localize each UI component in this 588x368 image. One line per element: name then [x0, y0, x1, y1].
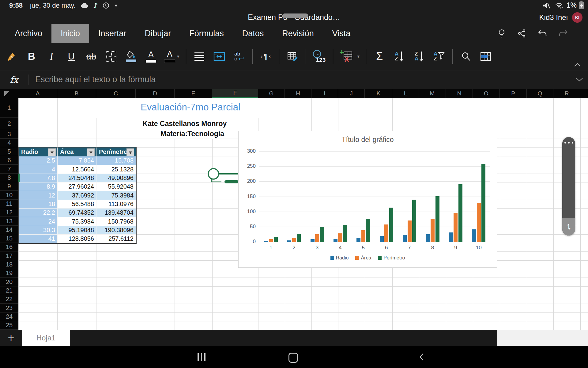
- add-sheet-button[interactable]: +: [0, 330, 22, 346]
- column-header-G[interactable]: G: [258, 89, 285, 98]
- row-header-11[interactable]: 11: [0, 200, 18, 208]
- column-header-M[interactable]: M: [419, 89, 446, 98]
- row-header-9[interactable]: 9: [0, 182, 18, 191]
- table-cell[interactable]: 55.92048: [96, 182, 136, 191]
- format-as-table-icon[interactable]: [286, 43, 299, 70]
- fill-color-button[interactable]: [124, 43, 138, 70]
- sort-descending-icon[interactable]: ZA: [413, 43, 426, 70]
- autosum-button[interactable]: Σ: [373, 43, 386, 70]
- table-cell[interactable]: 24: [19, 217, 58, 226]
- sort-ascending-icon[interactable]: AZ: [393, 43, 406, 70]
- cell-text-author[interactable]: Kate Castellanos Monroy: [136, 120, 234, 128]
- column-header-H[interactable]: H: [285, 89, 311, 98]
- strikethrough-button[interactable]: ab: [85, 43, 98, 70]
- avatar[interactable]: KI: [572, 12, 582, 23]
- column-header-B[interactable]: B: [57, 89, 96, 98]
- table-cell[interactable]: 150.7968: [96, 217, 136, 226]
- font-color-button[interactable]: A: [144, 43, 158, 70]
- table-header-perímetro[interactable]: Perímetro: [96, 148, 136, 156]
- bold-button[interactable]: B: [25, 43, 38, 70]
- font-color-dropdown[interactable]: A ▾: [164, 43, 179, 70]
- row-header-6[interactable]: 6: [0, 156, 18, 165]
- table-cell[interactable]: 22.2: [19, 209, 58, 217]
- column-header-P[interactable]: P: [500, 89, 527, 98]
- row-header-14[interactable]: 14: [0, 226, 18, 234]
- select-all-corner[interactable]: [0, 89, 18, 98]
- table-cell[interactable]: 2.5: [19, 156, 58, 165]
- table-cell[interactable]: 257.6112: [96, 235, 136, 243]
- table-header-radio[interactable]: Radio: [19, 148, 58, 156]
- column-header-K[interactable]: K: [365, 89, 392, 98]
- table-cell[interactable]: 27.96024: [58, 182, 96, 191]
- tab-dibujar[interactable]: Dibujar: [136, 24, 180, 43]
- filter-icon[interactable]: AZ: [432, 43, 446, 70]
- filter-dropdown-button[interactable]: [87, 148, 95, 156]
- tab-insertar[interactable]: Insertar: [89, 24, 136, 43]
- table-cell[interactable]: 75.3984: [58, 217, 96, 226]
- back-button-icon[interactable]: [420, 353, 424, 361]
- row-header-4[interactable]: 4: [0, 139, 18, 147]
- column-header-L[interactable]: L: [392, 89, 419, 98]
- recents-button-icon[interactable]: [198, 353, 205, 361]
- table-cell[interactable]: 139.48704: [96, 209, 136, 217]
- row-header-25[interactable]: 25: [0, 321, 18, 330]
- table-cell[interactable]: 30.3: [19, 226, 58, 235]
- column-header-E[interactable]: E: [175, 89, 212, 98]
- filter-dropdown-button[interactable]: [126, 148, 134, 156]
- table-cell[interactable]: 7.854: [58, 156, 96, 165]
- table-cell[interactable]: 56.5488: [58, 200, 96, 209]
- tab-inicio[interactable]: Inicio: [51, 24, 89, 43]
- tab-revision[interactable]: Revisión: [273, 24, 323, 43]
- home-button-icon[interactable]: [288, 353, 298, 363]
- row-header-5[interactable]: 5: [0, 147, 18, 156]
- tab-archivo[interactable]: Archivo: [6, 24, 51, 43]
- table-cell[interactable]: 24.50448: [58, 174, 96, 182]
- row-header-7[interactable]: 7: [0, 165, 18, 174]
- row-header-8[interactable]: 8: [0, 174, 18, 182]
- table-cell[interactable]: 12: [19, 191, 58, 200]
- column-header-O[interactable]: O: [473, 89, 500, 98]
- row-header-20[interactable]: 20: [0, 278, 18, 286]
- row-header-24[interactable]: 24: [0, 312, 18, 321]
- filter-dropdown-button[interactable]: [48, 148, 56, 156]
- row-header-12[interactable]: 12: [0, 208, 18, 217]
- format-painter-icon[interactable]: [5, 43, 18, 70]
- row-header-18[interactable]: 18: [0, 260, 18, 269]
- tips-lightbulb-icon[interactable]: [497, 29, 506, 38]
- paragraph-direction-icon[interactable]: ›¶‹: [259, 43, 273, 70]
- cell-text-title[interactable]: Evaluación-7mo Parcial: [96, 102, 285, 113]
- row-header-15[interactable]: 15: [0, 234, 18, 243]
- table-cell[interactable]: 75.3984: [96, 191, 136, 200]
- column-header-R[interactable]: R: [553, 89, 580, 98]
- legend-item[interactable]: Perímetro: [378, 255, 405, 261]
- table-cell[interactable]: 8.9: [19, 182, 58, 191]
- wrap-text-icon[interactable]: abc: [232, 43, 246, 70]
- row-header-10[interactable]: 10: [0, 191, 18, 200]
- table-cell[interactable]: 41: [19, 235, 58, 243]
- insert-delete-cells-icon[interactable]: + X ▾: [340, 43, 360, 70]
- table-cell[interactable]: 128.8056: [58, 235, 96, 243]
- underline-button[interactable]: U: [65, 43, 78, 70]
- column-header-D[interactable]: D: [136, 89, 175, 98]
- table-cell[interactable]: 37.6992: [58, 191, 96, 200]
- table-cell[interactable]: 15.708: [96, 156, 136, 165]
- chart-object[interactable]: Título del gráfico 050100150200250300123…: [238, 131, 497, 268]
- table-cell[interactable]: 113.0976: [96, 200, 136, 209]
- row-header-23[interactable]: 23: [0, 304, 18, 312]
- column-header-F[interactable]: F: [212, 89, 258, 98]
- number-format-icon[interactable]: 123: [312, 43, 326, 70]
- more-options-dots-icon[interactable]: [564, 142, 573, 144]
- table-cell[interactable]: 12.5664: [58, 165, 96, 174]
- italic-button[interactable]: I: [45, 43, 58, 70]
- table-cell[interactable]: 7.8: [19, 174, 58, 182]
- legend-item[interactable]: Radio: [330, 255, 349, 261]
- redo-icon[interactable]: [559, 29, 568, 38]
- tab-formulas[interactable]: Fórmulas: [180, 24, 233, 43]
- row-header-3[interactable]: 3: [0, 130, 18, 139]
- table-cell[interactable]: 69.74352: [58, 209, 96, 217]
- table-cell[interactable]: 25.1328: [96, 165, 136, 174]
- row-header-13[interactable]: 13: [0, 217, 18, 226]
- expand-formula-bar-chevron-icon[interactable]: [576, 78, 588, 82]
- column-header-C[interactable]: C: [96, 89, 136, 98]
- tab-datos[interactable]: Datos: [233, 24, 273, 43]
